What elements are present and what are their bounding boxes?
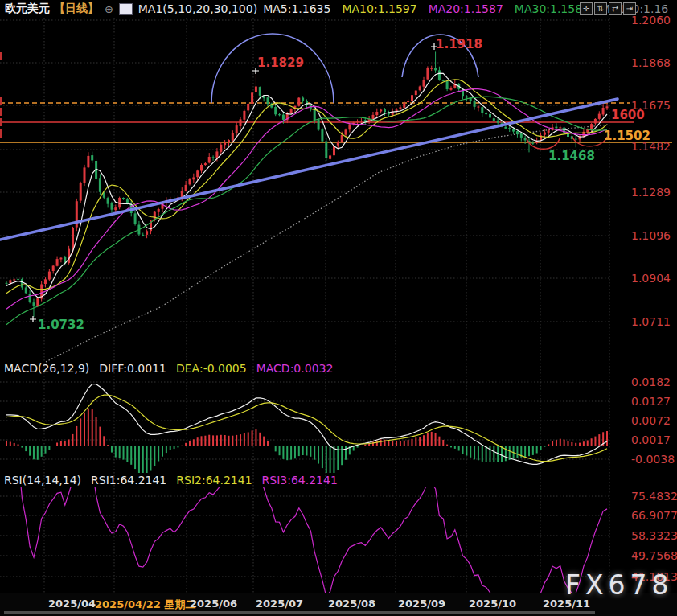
markers-layer: [0, 43, 437, 322]
rsi-title: RSI(14,14,14): [4, 474, 81, 487]
candle: [247, 104, 249, 110]
left-edge-tick: [0, 129, 2, 138]
candle: [215, 151, 218, 158]
candle: [251, 92, 253, 104]
left-edge-tick: [0, 118, 2, 126]
macd-value-label: MACD:0.0032: [256, 362, 334, 375]
scroll-to-latest-icon[interactable]: ⇥: [623, 2, 636, 15]
ma-settings-label: MA1(5,10,20,30,100): [138, 2, 257, 15]
chart-header: 欧元美元 【日线】 ⊕ MA1(5,10,20,30,100) MA5:1.16…: [5, 2, 677, 16]
candle: [33, 302, 35, 306]
macd-series-layer: [6, 384, 607, 476]
candle: [111, 203, 113, 210]
price-annotation: 1.1918: [436, 37, 482, 51]
candle: [290, 109, 293, 113]
candle: [497, 121, 499, 123]
candle: [302, 98, 304, 101]
rsi-axis-label: 66.9077: [631, 509, 677, 522]
axis-zoom-vertical-icon[interactable]: ⇅: [594, 2, 607, 15]
candle: [107, 198, 109, 204]
link-icon[interactable]: ⊕: [105, 3, 113, 15]
candle: [602, 108, 605, 114]
candle: [372, 115, 375, 119]
price-axis-label: 1.0904: [631, 272, 671, 285]
candle: [56, 259, 59, 266]
candle: [255, 87, 257, 92]
candle: [220, 145, 222, 152]
candle: [21, 279, 23, 287]
candle: [204, 163, 207, 165]
candle: [594, 119, 597, 124]
candle: [333, 146, 335, 155]
rsi-value-label: RSI2:64.2141: [176, 474, 252, 487]
candle: [446, 81, 449, 89]
price-line-label: 1600: [611, 108, 645, 122]
price-axis-label: 1.1289: [631, 186, 671, 199]
macd-axis-label: -0.0038: [631, 453, 675, 466]
candle: [192, 178, 195, 180]
left-edge-tick: [0, 108, 2, 116]
pan-crosshair-icon[interactable]: ✛: [580, 2, 593, 15]
price-axis-label: 1.1868: [631, 56, 671, 69]
candle: [512, 129, 515, 131]
candle: [146, 231, 148, 235]
time-axis-selected-date: 2025/04/22 星期二: [95, 598, 195, 612]
candle: [318, 120, 320, 130]
candle: [415, 91, 417, 96]
candle: [52, 266, 55, 272]
axis-zoom-horizontal-icon[interactable]: ⇄: [609, 2, 622, 15]
candle: [504, 127, 507, 129]
candle: [240, 119, 242, 126]
rsi-axis-label: 49.7568: [631, 549, 677, 562]
candle: [29, 294, 31, 302]
horizontal-scrollbar[interactable]: [4, 611, 595, 614]
bottom-circle-annotation[interactable]: [572, 137, 607, 146]
price-axis-label: 1.0711: [631, 315, 671, 328]
candle: [232, 133, 234, 140]
candle: [380, 109, 382, 111]
rsi-axis-label: 75.4832: [631, 490, 677, 503]
candle: [341, 135, 343, 142]
macd-axis-label: 0.0182: [631, 376, 671, 388]
candle: [524, 138, 527, 140]
period-label: 【日线】: [54, 2, 99, 14]
candle: [259, 87, 261, 96]
candle: [9, 280, 11, 283]
candle: [442, 80, 445, 81]
candle: [356, 121, 359, 122]
candle: [555, 127, 557, 129]
chart-type-icon[interactable]: [119, 3, 133, 15]
candle: [466, 97, 468, 98]
ma-legend-item: MA30:1.1580: [515, 2, 589, 15]
candle: [212, 157, 215, 158]
candle: [321, 129, 323, 142]
candle: [25, 288, 27, 294]
candle: [196, 170, 199, 177]
candle: [477, 107, 479, 108]
rsi-value-label: RSI3:64.2141: [262, 474, 338, 487]
candle: [516, 131, 519, 134]
price-annotation: 1.0732: [38, 318, 84, 332]
extreme-cross-marker: [30, 316, 36, 322]
candle: [375, 112, 378, 115]
symbol-title: 欧元美元 【日线】: [5, 2, 99, 16]
candle: [544, 133, 546, 135]
candle: [481, 107, 483, 113]
ma100-line: [46, 125, 609, 362]
candle: [508, 128, 511, 129]
candle: [278, 114, 281, 115]
candle: [411, 95, 413, 101]
candle: [48, 272, 51, 280]
price-line-label: 1.1502: [604, 129, 650, 143]
candle: [134, 213, 137, 224]
macd-title: MACD(26,12,9): [4, 362, 89, 375]
trend-line[interactable]: [0, 99, 618, 240]
candle: [345, 129, 347, 134]
candle: [348, 124, 351, 129]
candle: [114, 207, 117, 210]
candle: [430, 68, 433, 69]
candle: [438, 70, 441, 80]
candle: [274, 107, 277, 114]
macd-axis-label: 0.0127: [631, 395, 671, 408]
candle: [403, 103, 405, 109]
